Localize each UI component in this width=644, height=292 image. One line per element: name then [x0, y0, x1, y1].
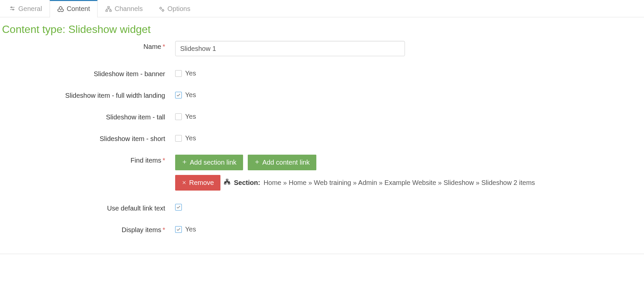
- sitemap-icon: [105, 6, 112, 12]
- label-banner: Slideshow item - banner: [2, 68, 175, 78]
- checkbox-short[interactable]: [175, 135, 182, 142]
- tab-content-label: Content: [67, 5, 90, 13]
- required-marker: *: [162, 43, 165, 50]
- row-banner: Slideshow item - banner Yes: [2, 68, 642, 78]
- breadcrumb: Home » Home » Web training » Admin » Exa…: [263, 179, 535, 187]
- tab-content[interactable]: Content: [50, 0, 98, 17]
- row-fullwidth: Slideshow item - full width landing Yes: [2, 90, 642, 99]
- form: Name* Slideshow item - banner Yes Slides…: [0, 39, 644, 254]
- checkbox-short-label: Yes: [185, 134, 196, 142]
- sitemap-icon: [224, 179, 230, 187]
- plus-icon: [254, 159, 260, 166]
- checkbox-default-link[interactable]: [175, 204, 182, 211]
- label-tall: Slideshow item - tall: [2, 111, 175, 121]
- tab-general[interactable]: General: [1, 0, 50, 17]
- label-display-items: Display items*: [2, 224, 175, 234]
- tab-general-label: General: [18, 5, 42, 13]
- row-name: Name*: [2, 41, 642, 56]
- checkbox-display-items-label: Yes: [185, 225, 196, 233]
- section-label: Section:: [234, 179, 260, 187]
- checkbox-tall-label: Yes: [185, 113, 196, 120]
- checkbox-banner-label: Yes: [185, 70, 196, 77]
- close-icon: [182, 179, 186, 187]
- name-input[interactable]: [175, 41, 405, 56]
- label-name: Name*: [2, 41, 175, 51]
- svg-rect-5: [106, 10, 108, 11]
- page-title: Content type: Slideshow widget: [0, 17, 644, 39]
- label-default-link: Use default link text: [2, 203, 175, 212]
- tab-options[interactable]: Options: [151, 0, 198, 17]
- tab-options-label: Options: [167, 5, 190, 13]
- sliders-icon: [9, 6, 16, 12]
- svg-point-8: [162, 9, 163, 11]
- checkbox-banner[interactable]: [175, 70, 182, 77]
- required-marker: *: [162, 157, 165, 164]
- plus-icon: [182, 159, 187, 166]
- tabs: General Content Channels Options: [0, 0, 644, 17]
- row-short: Slideshow item - short Yes: [2, 133, 642, 143]
- tab-channels-label: Channels: [115, 5, 143, 13]
- svg-rect-6: [110, 10, 112, 11]
- label-fullwidth: Slideshow item - full width landing: [2, 90, 175, 99]
- checkbox-display-items[interactable]: [175, 226, 182, 233]
- row-tall: Slideshow item - tall Yes: [2, 111, 642, 121]
- svg-rect-4: [108, 6, 110, 8]
- section-link-entry: Remove Section: Home » Home » Web traini…: [175, 175, 642, 191]
- divider: [0, 254, 644, 254]
- svg-rect-21: [229, 182, 229, 183]
- label-find-items: Find items*: [2, 155, 175, 164]
- gears-icon: [158, 6, 165, 12]
- cubes-icon: [57, 6, 64, 12]
- checkbox-tall[interactable]: [175, 113, 182, 120]
- checkbox-fullwidth[interactable]: [175, 92, 182, 98]
- tab-channels[interactable]: Channels: [98, 0, 151, 17]
- row-display-items: Display items* Yes: [2, 224, 642, 234]
- required-marker: *: [162, 226, 165, 233]
- svg-point-7: [160, 7, 161, 9]
- svg-rect-20: [225, 182, 226, 183]
- row-default-link: Use default link text: [2, 203, 642, 212]
- row-find-items: Find items* Add section link Add content…: [2, 155, 642, 191]
- checkbox-fullwidth-label: Yes: [185, 91, 196, 99]
- add-section-link-button[interactable]: Add section link: [175, 155, 243, 170]
- label-short: Slideshow item - short: [2, 133, 175, 143]
- remove-button[interactable]: Remove: [175, 175, 220, 191]
- add-content-link-button[interactable]: Add content link: [248, 155, 316, 170]
